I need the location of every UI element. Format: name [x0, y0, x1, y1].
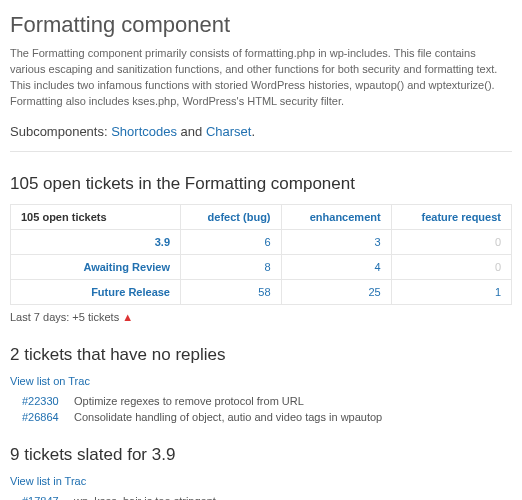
- list-item: #17847 wp_kses_hair is too stringent: [22, 495, 512, 500]
- table-corner: 105 open tickets: [11, 204, 181, 229]
- cell[interactable]: 58: [181, 279, 282, 304]
- cell[interactable]: 25: [281, 279, 391, 304]
- ticket-summary: Optimize regexes to remove protocol from…: [74, 395, 304, 407]
- page-title: Formatting component: [10, 12, 512, 38]
- view-slated-link[interactable]: View list in Trac: [10, 475, 86, 487]
- intro-text: The Formatting component primarily consi…: [10, 46, 512, 110]
- cell[interactable]: 1: [391, 279, 511, 304]
- cell[interactable]: 6: [181, 229, 282, 254]
- ticket-summary: Consolidate handling of object, autio an…: [74, 411, 382, 423]
- dot: .: [251, 124, 255, 139]
- ticket-id[interactable]: #22330: [22, 395, 66, 407]
- cell[interactable]: 8: [181, 254, 282, 279]
- row-label[interactable]: 3.9: [11, 229, 181, 254]
- list-item: #26864 Consolidate handling of object, a…: [22, 411, 512, 423]
- cell[interactable]: 0: [391, 229, 511, 254]
- list-item: #22330 Optimize regexes to remove protoc…: [22, 395, 512, 407]
- subcomponents-label: Subcomponents:: [10, 124, 111, 139]
- subcomponents-line: Subcomponents: Shortcodes and Charset.: [10, 124, 512, 139]
- slated-list: #17847 wp_kses_hair is too stringent #22…: [22, 495, 512, 500]
- cell[interactable]: 0: [391, 254, 511, 279]
- ticket-summary: wp_kses_hair is too stringent: [74, 495, 216, 500]
- col-enhancement[interactable]: enhancement: [281, 204, 391, 229]
- divider: [10, 151, 512, 152]
- noreplies-heading: 2 tickets that have no replies: [10, 345, 512, 365]
- table-row: 3.9 6 3 0: [11, 229, 512, 254]
- cell[interactable]: 3: [281, 229, 391, 254]
- ticket-id[interactable]: #17847: [22, 495, 66, 500]
- view-noreplies-link[interactable]: View list on Trac: [10, 375, 90, 387]
- table-row: Future Release 58 25 1: [11, 279, 512, 304]
- table-heading: 105 open tickets in the Formatting compo…: [10, 174, 512, 194]
- last-7-days: Last 7 days: +5 tickets ▲: [10, 311, 512, 323]
- noreplies-list: #22330 Optimize regexes to remove protoc…: [22, 395, 512, 423]
- col-feature-request[interactable]: feature request: [391, 204, 511, 229]
- link-shortcodes[interactable]: Shortcodes: [111, 124, 177, 139]
- last7-text: Last 7 days: +5 tickets: [10, 311, 122, 323]
- tickets-table: 105 open tickets defect (bug) enhancemen…: [10, 204, 512, 305]
- ticket-id[interactable]: #26864: [22, 411, 66, 423]
- trend-up-icon: ▲: [122, 311, 133, 323]
- col-defect[interactable]: defect (bug): [181, 204, 282, 229]
- cell[interactable]: 4: [281, 254, 391, 279]
- table-row: Awaiting Review 8 4 0: [11, 254, 512, 279]
- and-text: and: [181, 124, 206, 139]
- row-label[interactable]: Future Release: [11, 279, 181, 304]
- link-charset[interactable]: Charset: [206, 124, 252, 139]
- slated-heading: 9 tickets slated for 3.9: [10, 445, 512, 465]
- row-label[interactable]: Awaiting Review: [11, 254, 181, 279]
